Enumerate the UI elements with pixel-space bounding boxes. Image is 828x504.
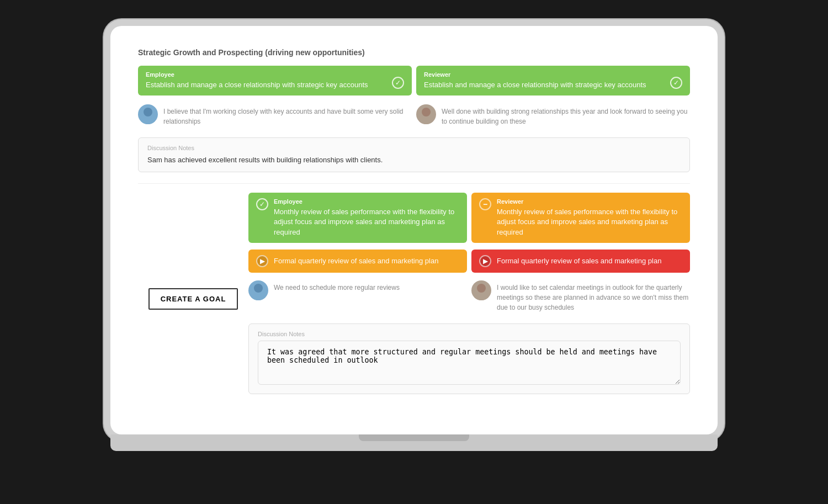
- svg-point-0: [144, 108, 152, 116]
- sub-goal-employee-card: ▶ Formal quarterly review of sales and m…: [248, 250, 467, 273]
- sub-goal-employee-text: Formal quarterly review of sales and mar…: [274, 256, 438, 266]
- left-area: CREATE A GOAL: [138, 193, 248, 405]
- goal1-reviewer-label: Reviewer: [424, 71, 646, 78]
- sub-goal-row: ▶ Formal quarterly review of sales and m…: [248, 250, 690, 273]
- discussion2-box: Discussion Notes: [248, 323, 690, 394]
- discussion2-label: Discussion Notes: [258, 331, 681, 337]
- comment2-employee-block: We need to schedule more regular reviews: [248, 278, 467, 315]
- svg-point-6: [477, 284, 486, 293]
- sub-goal-reviewer-text: Formal quarterly review of sales and mar…: [497, 256, 661, 266]
- goal2-employee-card: ✓ Employee Monthly review of sales perfo…: [248, 193, 467, 243]
- section-divider: [138, 183, 690, 184]
- reviewer-avatar: [416, 104, 436, 124]
- goal2-employee-label: Employee: [274, 198, 459, 205]
- goal1-reviewer-text: Establish and manage a close relationshi…: [424, 80, 646, 90]
- goal1-reviewer-check-icon: ✓: [670, 77, 682, 89]
- comment1-employee-text: I believe that I'm working closely with …: [163, 104, 412, 126]
- comment1-row: I believe that I'm working closely with …: [138, 102, 690, 129]
- goal2-employee-check-icon: ✓: [256, 198, 268, 210]
- discussion1-box: Discussion Notes Sam has achieved excell…: [138, 137, 690, 173]
- comment2-reviewer-block: I would like to set calendar meetings in…: [471, 278, 690, 315]
- goal2-row: ✓ Employee Monthly review of sales perfo…: [248, 193, 690, 243]
- goal1-reviewer-card: Reviewer Establish and manage a close re…: [416, 66, 690, 96]
- comment2-reviewer-text: I would like to set calendar meetings in…: [497, 280, 690, 312]
- goal1-employee-check-icon: ✓: [392, 77, 404, 89]
- reviewer2-avatar: [471, 280, 491, 300]
- goal1-row: Employee Establish and manage a close re…: [138, 66, 690, 96]
- goal2-reviewer-label: Reviewer: [497, 198, 682, 205]
- discussion1-text: Sam has achieved excellent results with …: [147, 155, 681, 166]
- employee-avatar: [138, 104, 158, 124]
- sub-goal-reviewer-card: ▶ Formal quarterly review of sales and m…: [471, 250, 690, 273]
- goal1-employee-card: Employee Establish and manage a close re…: [138, 66, 412, 96]
- employee2-avatar: [248, 280, 268, 300]
- goal1-employee-label: Employee: [146, 71, 368, 78]
- second-section: CREATE A GOAL ✓ Employee Monthly review …: [138, 193, 690, 405]
- comment2-employee-text: We need to schedule more regular reviews: [274, 280, 400, 293]
- comment1-reviewer-block: Well done with building strong relations…: [416, 102, 690, 129]
- section-title: Strategic Growth and Prospecting (drivin…: [138, 48, 690, 57]
- goal2-reviewer-minus-icon: −: [479, 198, 491, 210]
- goal2-reviewer-card: − Reviewer Monthly review of sales perfo…: [471, 193, 690, 243]
- laptop-base: [110, 434, 718, 451]
- svg-point-2: [422, 108, 431, 116]
- svg-point-1: [140, 118, 156, 124]
- create-goal-button[interactable]: CREATE A GOAL: [148, 288, 238, 310]
- goal1-employee-text: Establish and manage a close relationshi…: [146, 80, 368, 90]
- goal2-employee-text: Monthly review of sales performance with…: [274, 207, 459, 237]
- comment1-employee-block: I believe that I'm working closely with …: [138, 102, 412, 129]
- discussion1-label: Discussion Notes: [147, 145, 681, 151]
- svg-point-4: [254, 284, 263, 293]
- comment2-row: We need to schedule more regular reviews…: [248, 278, 690, 315]
- comment1-reviewer-text: Well done with building strong relations…: [442, 104, 690, 126]
- svg-point-7: [474, 294, 489, 300]
- svg-point-3: [418, 118, 434, 124]
- goal2-reviewer-text: Monthly review of sales performance with…: [497, 207, 682, 237]
- sub-goal-employee-arrow-icon: ▶: [256, 255, 268, 267]
- svg-point-5: [251, 294, 266, 300]
- right-content: ✓ Employee Monthly review of sales perfo…: [248, 193, 690, 405]
- sub-goal-reviewer-arrow-icon: ▶: [479, 255, 491, 267]
- discussion2-textarea[interactable]: [258, 341, 681, 385]
